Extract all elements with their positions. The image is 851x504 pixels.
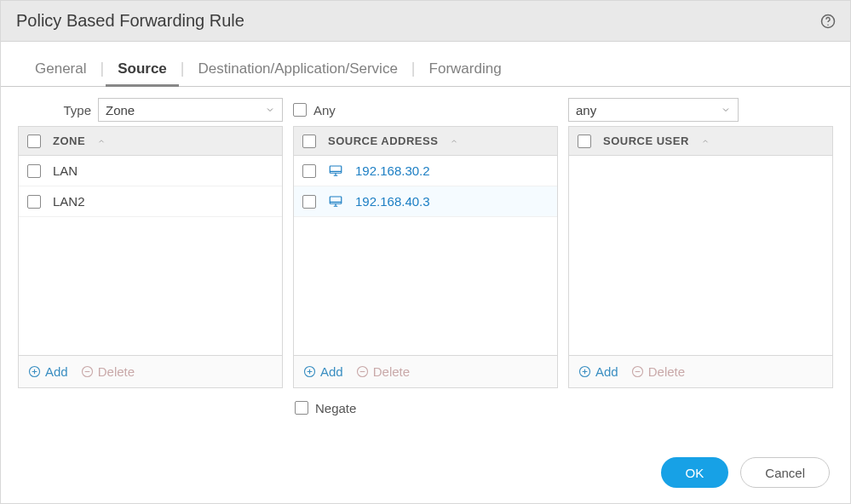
zone-table-header: Zone (19, 127, 282, 156)
add-button[interactable]: Add (27, 364, 68, 379)
svg-rect-5 (330, 197, 342, 203)
help-icon[interactable] (819, 13, 837, 30)
source-address-table-header: Source Address (294, 127, 557, 156)
source-user-header-label[interactable]: Source User (603, 135, 689, 147)
add-button[interactable]: Add (578, 364, 618, 379)
address-cell[interactable]: 192.168.40.3 (355, 194, 430, 209)
source-user-select-value: any (576, 103, 596, 117)
type-label: Type (18, 103, 91, 117)
delete-button[interactable]: Delete (80, 364, 135, 379)
any-checkbox[interactable] (293, 103, 307, 117)
dialog-title: Policy Based Forwarding Rule (16, 11, 819, 31)
tab-separator: | (98, 60, 106, 83)
chevron-down-icon (265, 105, 275, 115)
table-row[interactable]: 192.168.40.3 (294, 186, 557, 217)
table-row[interactable]: 192.168.30.2 (294, 156, 557, 186)
table-row[interactable]: LAN (19, 156, 282, 186)
source-address-table: Source Address 192.168.30.2 192.168.40 (293, 126, 558, 356)
zone-column: Type Zone Zone LAN (18, 97, 283, 421)
sort-ascending-icon (701, 137, 710, 146)
source-user-table-header: Source User (569, 127, 832, 156)
tab-separator: | (410, 60, 417, 83)
pbf-rule-dialog: Policy Based Forwarding Rule General | S… (0, 0, 851, 504)
ok-button[interactable]: OK (661, 457, 729, 488)
minus-circle-icon (630, 364, 645, 379)
cancel-button[interactable]: Cancel (740, 457, 830, 488)
titlebar: Policy Based Forwarding Rule (1, 1, 850, 42)
plus-circle-icon (27, 364, 42, 379)
zone-cell: LAN2 (53, 194, 85, 209)
delete-button[interactable]: Delete (630, 364, 685, 379)
svg-point-1 (827, 24, 829, 25)
row-checkbox[interactable] (302, 164, 316, 178)
zone-cell: LAN (53, 163, 78, 178)
source-user-select[interactable]: any (568, 98, 739, 122)
delete-button[interactable]: Delete (355, 364, 410, 379)
tabs: General | Source | Destination/Applicati… (1, 42, 850, 87)
source-address-column: Any Source Address 192.168.30.2 (293, 97, 558, 421)
source-user-column: any Source User Add (568, 97, 833, 421)
zone-table: Zone LAN LAN2 (18, 126, 283, 356)
zone-header-label[interactable]: Zone (53, 135, 85, 147)
source-user-table: Source User (568, 126, 833, 356)
tab-forwarding[interactable]: Forwarding (417, 55, 514, 86)
dialog-footer: OK Cancel (661, 457, 830, 488)
plus-circle-icon (578, 364, 592, 379)
host-icon (328, 163, 343, 179)
minus-circle-icon (355, 364, 370, 379)
add-button[interactable]: Add (302, 364, 343, 379)
minus-circle-icon (80, 364, 95, 379)
sort-ascending-icon (450, 137, 458, 146)
chevron-down-icon (721, 105, 731, 115)
tab-separator: | (179, 60, 187, 83)
negate-checkbox[interactable] (295, 401, 308, 415)
host-icon (328, 194, 343, 209)
zone-select-all-checkbox[interactable] (27, 135, 41, 148)
type-select[interactable]: Zone (98, 98, 283, 122)
address-cell[interactable]: 192.168.30.2 (355, 163, 430, 178)
source-address-table-footer: Add Delete (293, 356, 558, 388)
svg-rect-4 (330, 166, 342, 173)
tab-content-source: Type Zone Zone LAN (1, 87, 850, 421)
type-select-value: Zone (106, 103, 135, 117)
source-user-table-footer: Add Delete (568, 356, 833, 388)
source-address-header-label[interactable]: Source Address (328, 135, 438, 147)
plus-circle-icon (302, 364, 317, 379)
source-user-select-all-checkbox[interactable] (578, 135, 591, 148)
tab-destination-application-service[interactable]: Destination/Application/Service (187, 55, 410, 86)
row-checkbox[interactable] (27, 195, 41, 209)
row-checkbox[interactable] (302, 195, 316, 209)
zone-table-footer: Add Delete (18, 356, 283, 388)
row-checkbox[interactable] (27, 164, 41, 178)
source-address-select-all-checkbox[interactable] (302, 135, 316, 148)
table-row[interactable]: LAN2 (19, 186, 282, 217)
negate-label: Negate (315, 401, 356, 415)
sort-ascending-icon (97, 137, 106, 146)
tab-general[interactable]: General (23, 55, 98, 86)
any-label: Any (313, 103, 336, 117)
tab-source[interactable]: Source (106, 55, 179, 86)
